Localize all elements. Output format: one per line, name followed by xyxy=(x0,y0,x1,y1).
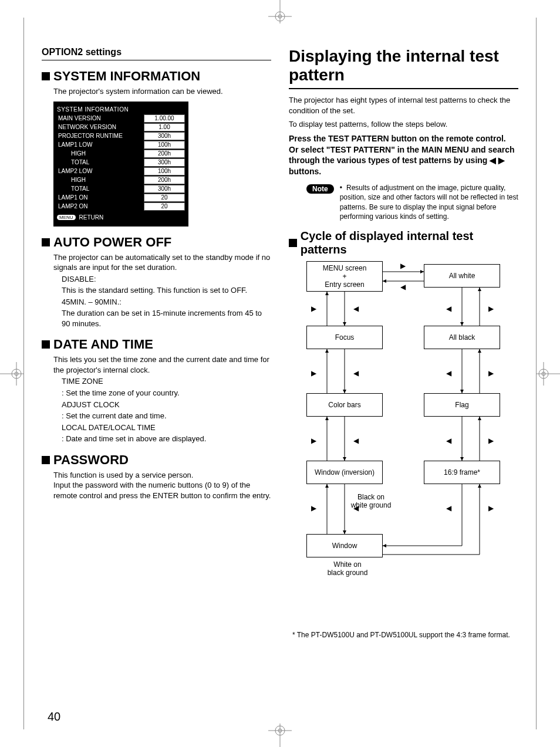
sysinfo-row: TOTAL300h xyxy=(57,185,185,193)
node-focus: Focus xyxy=(306,326,383,349)
heading-text: DATE AND TIME xyxy=(53,337,153,352)
svg-text:◀: ◀ xyxy=(400,283,406,291)
sysinfo-value: 300h xyxy=(144,158,185,167)
sysinfo-key: LAMP2 ON xyxy=(57,203,144,209)
right-column: Displaying the internal test pattern The… xyxy=(289,47,518,639)
note-badge: Note xyxy=(306,184,334,194)
node-window-inversion: Window (inversion) xyxy=(306,461,383,484)
definition-term: DISABLE: xyxy=(62,274,271,285)
sysinfo-row: TOTAL300h xyxy=(57,158,185,167)
sysinfo-value: 20 xyxy=(144,202,185,211)
bullet-icon: • xyxy=(340,183,345,192)
system-information-box: SYSTEM INFORMATION MAIN VERSION1.00.00NE… xyxy=(53,102,188,227)
node-16-9-frame: 16:9 frame* xyxy=(424,461,500,484)
definition-desc: : Set the time zone of your country. xyxy=(62,388,271,398)
auto-power-off-body: The projector can be automatically set t… xyxy=(53,252,271,329)
date-time-intro: This lets you set the time zone and the … xyxy=(53,354,271,375)
cycle-footnote: * The PT-DW5100U and PT-DW5100UL support… xyxy=(292,631,518,639)
svg-text:▶: ▶ xyxy=(488,437,494,445)
node-color-bars: Color bars xyxy=(306,393,383,417)
sysinfo-row: NETWORK VERSION1.00 xyxy=(57,123,185,131)
definition-desc: : Set the current date and time. xyxy=(62,411,271,421)
svg-text:▶: ▶ xyxy=(311,369,317,377)
svg-text:◀: ◀ xyxy=(353,369,359,377)
note-block: Note • Results of adjustment on the imag… xyxy=(306,183,518,221)
section-heading-system-information: SYSTEM INFORMATION xyxy=(42,69,271,84)
section-heading-date-and-time: DATE AND TIME xyxy=(42,337,271,352)
heading-text: Cycle of displayed internal test pattern… xyxy=(301,229,518,256)
sysinfo-row: LAMP2 ON20 xyxy=(57,202,185,211)
svg-text:◀: ◀ xyxy=(446,437,452,445)
sysinfo-value: 100h xyxy=(144,141,185,149)
square-bullet-icon xyxy=(42,72,50,80)
svg-text:▶: ▶ xyxy=(311,305,317,313)
intro-text-1: The projector has eight types of interna… xyxy=(289,95,518,116)
sysinfo-key: HIGH xyxy=(57,150,144,157)
definition-term: 45MIN. – 90MIN.: xyxy=(62,297,271,307)
auto-power-off-intro: The projector can be automatically set t… xyxy=(53,252,271,273)
sysinfo-row: PROJECTOR RUNTIME300h xyxy=(57,132,185,140)
sysinfo-row: HIGH200h xyxy=(57,176,185,184)
definition-term: TIME ZONE xyxy=(62,376,271,387)
node-menu-screen: MENU screen + Entry screen xyxy=(306,261,383,292)
square-bullet-icon xyxy=(42,456,50,464)
node-all-white: All white xyxy=(424,264,500,288)
sysinfo-value: 20 xyxy=(144,194,185,202)
sysinfo-key: NETWORK VERSION xyxy=(57,124,144,130)
intro-text-2: To display test patterns, follow the ste… xyxy=(289,119,518,130)
sysinfo-row: HIGH200h xyxy=(57,150,185,158)
sysinfo-row: LAMP1 ON20 xyxy=(57,194,185,202)
password-body: This function is used by a service perso… xyxy=(53,470,271,501)
note-text-content: Results of adjustment on the image, pict… xyxy=(340,184,518,221)
date-and-time-body: This lets you set the time zone and the … xyxy=(53,354,271,444)
sysbox-return-row: MENU RETURN xyxy=(57,214,185,221)
svg-text:▶: ▶ xyxy=(488,504,494,512)
left-column: OPTION2 settings SYSTEM INFORMATION The … xyxy=(42,47,271,639)
square-bullet-icon xyxy=(42,340,50,349)
label-white-on-black: White on black ground xyxy=(318,560,377,577)
sysinfo-row: MAIN VERSION1.00.00 xyxy=(57,114,185,123)
page-title: Displaying the internal test pattern xyxy=(289,47,518,89)
definition-desc: : Date and time set in above are display… xyxy=(62,434,271,444)
sysinfo-key: TOTAL xyxy=(57,159,144,165)
breadcrumb: OPTION2 settings xyxy=(42,47,271,60)
svg-text:▶: ▶ xyxy=(488,369,494,377)
sysinfo-row: LAMP2 LOW100h xyxy=(57,167,185,175)
sysinfo-value: 200h xyxy=(144,176,185,184)
definition-term: LOCAL DATE/LOCAL TIME xyxy=(62,422,271,433)
section-heading-auto-power-off: AUTO POWER OFF xyxy=(42,235,271,250)
svg-text:◀: ◀ xyxy=(446,504,452,512)
svg-text:▶: ▶ xyxy=(400,262,406,270)
section-heading-password: PASSWORD xyxy=(42,452,271,468)
sysinfo-key: LAMP1 ON xyxy=(57,194,144,201)
definition-desc: The duration can be set in 15-minute inc… xyxy=(62,308,271,329)
cycle-diagram: ▶ ◀ ▶◀ ◀▶ ▶◀ ◀▶ ▶◀ ◀▶ ▶◀ ◀▶ MENU screen … xyxy=(295,261,506,625)
note-text: • Results of adjustment on the image, pi… xyxy=(340,183,518,221)
svg-text:◀: ◀ xyxy=(446,305,452,313)
svg-text:◀: ◀ xyxy=(353,305,359,313)
definition-desc: This is the standard setting. This funct… xyxy=(62,285,271,296)
definition-term: ADJUST CLOCK xyxy=(62,400,271,410)
node-all-black: All black xyxy=(424,326,500,349)
return-text: RETURN xyxy=(79,214,104,221)
sysinfo-value: 300h xyxy=(144,132,185,140)
sysinfo-value: 300h xyxy=(144,185,185,193)
svg-text:▶: ▶ xyxy=(311,437,317,445)
square-bullet-icon xyxy=(289,239,297,247)
page-number: 40 xyxy=(48,710,60,724)
crop-mark-left xyxy=(0,356,23,391)
system-information-intro: The projector's system information can b… xyxy=(53,86,271,97)
sysinfo-row: LAMP1 LOW100h xyxy=(57,141,185,149)
section-heading-cycle: Cycle of displayed internal test pattern… xyxy=(289,229,518,256)
svg-text:◀: ◀ xyxy=(353,437,359,445)
sysinfo-value: 100h xyxy=(144,167,185,175)
node-flag: Flag xyxy=(424,393,500,417)
instruction-text: Press the TEST PATTERN button on the rem… xyxy=(289,133,518,178)
heading-text: SYSTEM INFORMATION xyxy=(53,69,200,84)
sysinfo-key: LAMP1 LOW xyxy=(57,141,144,148)
sysinfo-key: HIGH xyxy=(57,177,144,183)
node-window: Window xyxy=(306,534,383,557)
heading-text: AUTO POWER OFF xyxy=(53,235,171,250)
svg-text:▶: ▶ xyxy=(488,305,494,313)
sysinfo-key: MAIN VERSION xyxy=(57,115,144,121)
